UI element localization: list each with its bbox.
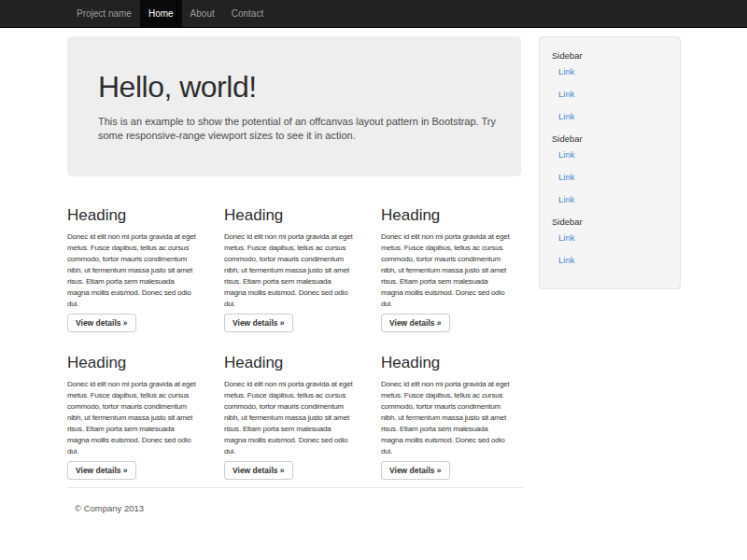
sidebar-link[interactable]: Link bbox=[558, 172, 670, 182]
main-content: Hello, world! This is an example to show… bbox=[67, 36, 524, 513]
sidebar-link[interactable]: Link bbox=[558, 255, 670, 265]
card-heading: Heading bbox=[381, 355, 523, 371]
sidebar-link[interactable]: Link bbox=[558, 232, 670, 243]
nav-item-home[interactable]: Home bbox=[140, 0, 182, 27]
card-body-text: Donec id elit non mi porta gravida at eg… bbox=[67, 379, 226, 457]
view-details-button[interactable]: View details » bbox=[381, 314, 450, 332]
view-details-button[interactable]: View details » bbox=[67, 314, 136, 332]
sidebar-link[interactable]: Link bbox=[558, 89, 670, 99]
card-body-text: Donec id elit non mi porta gravida at eg… bbox=[224, 379, 383, 457]
feature-card: Heading Donec id elit non mi porta gravi… bbox=[67, 332, 209, 480]
cards-row-1: Heading Donec id elit non mi porta gravi… bbox=[67, 176, 524, 332]
card-body-text: Donec id elit non mi porta gravida at eg… bbox=[67, 231, 226, 310]
card-heading: Heading bbox=[224, 207, 366, 223]
sidebar-group-title: Sidebar bbox=[552, 133, 670, 144]
jumbotron-title: Hello, world! bbox=[98, 70, 502, 104]
sidebar-link[interactable]: Link bbox=[558, 149, 670, 160]
nav-item-contact[interactable]: Contact bbox=[223, 0, 272, 27]
card-heading: Heading bbox=[67, 207, 209, 223]
nav-item-about[interactable]: About bbox=[182, 0, 223, 27]
navbar-brand[interactable]: Project name bbox=[77, 0, 132, 27]
footer-divider bbox=[67, 487, 524, 488]
sidebar-group-title: Sidebar bbox=[552, 217, 670, 227]
navbar: Project name Home About Contact bbox=[0, 0, 747, 28]
sidebar-link[interactable]: Link bbox=[558, 66, 670, 77]
view-details-button[interactable]: View details » bbox=[224, 461, 293, 480]
feature-card: Heading Donec id elit non mi porta gravi… bbox=[224, 176, 366, 332]
offcanvas-example-page: Project name Home About Contact Hello, w… bbox=[0, 0, 747, 560]
sidebar-link[interactable]: Link bbox=[558, 111, 670, 121]
view-details-button[interactable]: View details » bbox=[381, 461, 450, 480]
feature-card: Heading Donec id elit non mi porta gravi… bbox=[381, 176, 523, 332]
feature-card: Heading Donec id elit non mi porta gravi… bbox=[67, 176, 209, 332]
footer-copyright: © Company 2013 bbox=[75, 503, 524, 513]
jumbotron: Hello, world! This is an example to show… bbox=[67, 36, 521, 176]
card-body-text: Donec id elit non mi porta gravida at eg… bbox=[381, 379, 540, 457]
cards-row-2: Heading Donec id elit non mi porta gravi… bbox=[67, 332, 524, 480]
sidebar-link[interactable]: Link bbox=[558, 194, 670, 204]
card-heading: Heading bbox=[381, 207, 523, 223]
content-layout: Hello, world! This is an example to show… bbox=[0, 36, 747, 513]
jumbotron-subtitle: This is an example to show the potential… bbox=[98, 115, 502, 143]
card-body-text: Donec id elit non mi porta gravida at eg… bbox=[381, 231, 540, 310]
sidebar-group-title: Sidebar bbox=[552, 50, 670, 61]
sidebar-group: Sidebar Link Link Link bbox=[552, 133, 670, 204]
card-heading: Heading bbox=[67, 355, 209, 371]
navbar-menu: Home About Contact bbox=[140, 0, 272, 27]
card-heading: Heading bbox=[224, 355, 366, 371]
card-body-text: Donec id elit non mi porta gravida at eg… bbox=[224, 231, 383, 310]
feature-card: Heading Donec id elit non mi porta gravi… bbox=[224, 332, 366, 480]
view-details-button[interactable]: View details » bbox=[67, 461, 136, 480]
view-details-button[interactable]: View details » bbox=[224, 314, 293, 332]
sidebar-group: Sidebar Link Link bbox=[552, 217, 670, 265]
sidebar-well: Sidebar Link Link Link Sidebar Link Link… bbox=[539, 36, 681, 289]
feature-card: Heading Donec id elit non mi porta gravi… bbox=[381, 332, 523, 480]
sidebar-group: Sidebar Link Link Link bbox=[552, 50, 670, 121]
